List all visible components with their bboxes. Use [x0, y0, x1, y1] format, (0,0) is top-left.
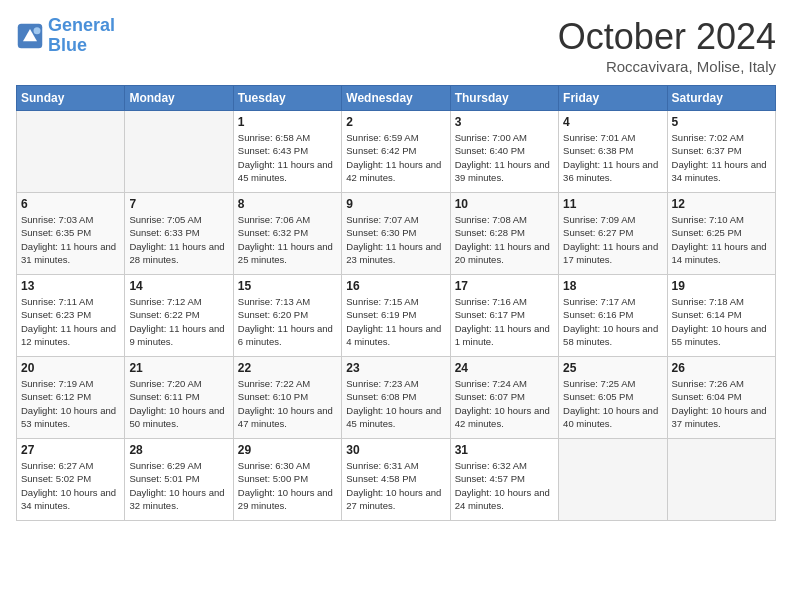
day-info: Sunrise: 6:30 AMSunset: 5:00 PMDaylight:…: [238, 459, 337, 512]
day-of-week-header: Monday: [125, 86, 233, 111]
day-info: Sunrise: 7:24 AMSunset: 6:07 PMDaylight:…: [455, 377, 554, 430]
day-info: Sunrise: 7:03 AMSunset: 6:35 PMDaylight:…: [21, 213, 120, 266]
calendar-day-cell: 27Sunrise: 6:27 AMSunset: 5:02 PMDayligh…: [17, 439, 125, 521]
day-number: 5: [672, 115, 771, 129]
calendar-day-cell: 24Sunrise: 7:24 AMSunset: 6:07 PMDayligh…: [450, 357, 558, 439]
day-number: 24: [455, 361, 554, 375]
calendar-day-cell: 30Sunrise: 6:31 AMSunset: 4:58 PMDayligh…: [342, 439, 450, 521]
day-number: 14: [129, 279, 228, 293]
day-info: Sunrise: 7:16 AMSunset: 6:17 PMDaylight:…: [455, 295, 554, 348]
calendar-day-cell: 26Sunrise: 7:26 AMSunset: 6:04 PMDayligh…: [667, 357, 775, 439]
logo: General Blue: [16, 16, 115, 56]
day-number: 21: [129, 361, 228, 375]
day-number: 13: [21, 279, 120, 293]
day-info: Sunrise: 7:05 AMSunset: 6:33 PMDaylight:…: [129, 213, 228, 266]
day-number: 16: [346, 279, 445, 293]
calendar-day-cell: 20Sunrise: 7:19 AMSunset: 6:12 PMDayligh…: [17, 357, 125, 439]
day-number: 22: [238, 361, 337, 375]
day-number: 7: [129, 197, 228, 211]
day-number: 10: [455, 197, 554, 211]
calendar-header-row: SundayMondayTuesdayWednesdayThursdayFrid…: [17, 86, 776, 111]
day-number: 9: [346, 197, 445, 211]
day-info: Sunrise: 7:10 AMSunset: 6:25 PMDaylight:…: [672, 213, 771, 266]
day-info: Sunrise: 7:01 AMSunset: 6:38 PMDaylight:…: [563, 131, 662, 184]
calendar-day-cell: 4Sunrise: 7:01 AMSunset: 6:38 PMDaylight…: [559, 111, 667, 193]
calendar-day-cell: 14Sunrise: 7:12 AMSunset: 6:22 PMDayligh…: [125, 275, 233, 357]
day-info: Sunrise: 7:00 AMSunset: 6:40 PMDaylight:…: [455, 131, 554, 184]
calendar-week-row: 13Sunrise: 7:11 AMSunset: 6:23 PMDayligh…: [17, 275, 776, 357]
day-number: 1: [238, 115, 337, 129]
calendar-day-cell: 11Sunrise: 7:09 AMSunset: 6:27 PMDayligh…: [559, 193, 667, 275]
calendar-day-cell: 29Sunrise: 6:30 AMSunset: 5:00 PMDayligh…: [233, 439, 341, 521]
calendar-day-cell: 31Sunrise: 6:32 AMSunset: 4:57 PMDayligh…: [450, 439, 558, 521]
day-number: 8: [238, 197, 337, 211]
day-info: Sunrise: 7:13 AMSunset: 6:20 PMDaylight:…: [238, 295, 337, 348]
day-number: 27: [21, 443, 120, 457]
calendar-day-cell: 22Sunrise: 7:22 AMSunset: 6:10 PMDayligh…: [233, 357, 341, 439]
calendar-day-cell: [125, 111, 233, 193]
day-number: 12: [672, 197, 771, 211]
day-info: Sunrise: 7:07 AMSunset: 6:30 PMDaylight:…: [346, 213, 445, 266]
svg-point-2: [34, 27, 41, 34]
day-info: Sunrise: 7:08 AMSunset: 6:28 PMDaylight:…: [455, 213, 554, 266]
day-info: Sunrise: 6:29 AMSunset: 5:01 PMDaylight:…: [129, 459, 228, 512]
calendar-day-cell: 10Sunrise: 7:08 AMSunset: 6:28 PMDayligh…: [450, 193, 558, 275]
day-number: 18: [563, 279, 662, 293]
title-block: October 2024 Roccavivara, Molise, Italy: [558, 16, 776, 75]
calendar-day-cell: 17Sunrise: 7:16 AMSunset: 6:17 PMDayligh…: [450, 275, 558, 357]
day-number: 25: [563, 361, 662, 375]
day-info: Sunrise: 7:12 AMSunset: 6:22 PMDaylight:…: [129, 295, 228, 348]
day-info: Sunrise: 7:23 AMSunset: 6:08 PMDaylight:…: [346, 377, 445, 430]
calendar-day-cell: 8Sunrise: 7:06 AMSunset: 6:32 PMDaylight…: [233, 193, 341, 275]
logo-icon: [16, 22, 44, 50]
calendar-day-cell: 21Sunrise: 7:20 AMSunset: 6:11 PMDayligh…: [125, 357, 233, 439]
day-number: 29: [238, 443, 337, 457]
calendar-day-cell: 2Sunrise: 6:59 AMSunset: 6:42 PMDaylight…: [342, 111, 450, 193]
day-of-week-header: Wednesday: [342, 86, 450, 111]
calendar-day-cell: 13Sunrise: 7:11 AMSunset: 6:23 PMDayligh…: [17, 275, 125, 357]
calendar-day-cell: 1Sunrise: 6:58 AMSunset: 6:43 PMDaylight…: [233, 111, 341, 193]
day-info: Sunrise: 7:02 AMSunset: 6:37 PMDaylight:…: [672, 131, 771, 184]
calendar-day-cell: 18Sunrise: 7:17 AMSunset: 6:16 PMDayligh…: [559, 275, 667, 357]
day-info: Sunrise: 7:15 AMSunset: 6:19 PMDaylight:…: [346, 295, 445, 348]
day-number: 4: [563, 115, 662, 129]
day-info: Sunrise: 7:26 AMSunset: 6:04 PMDaylight:…: [672, 377, 771, 430]
calendar-day-cell: 12Sunrise: 7:10 AMSunset: 6:25 PMDayligh…: [667, 193, 775, 275]
day-info: Sunrise: 6:59 AMSunset: 6:42 PMDaylight:…: [346, 131, 445, 184]
calendar-day-cell: 28Sunrise: 6:29 AMSunset: 5:01 PMDayligh…: [125, 439, 233, 521]
calendar-day-cell: 9Sunrise: 7:07 AMSunset: 6:30 PMDaylight…: [342, 193, 450, 275]
calendar-day-cell: 3Sunrise: 7:00 AMSunset: 6:40 PMDaylight…: [450, 111, 558, 193]
day-number: 3: [455, 115, 554, 129]
day-number: 2: [346, 115, 445, 129]
day-info: Sunrise: 6:31 AMSunset: 4:58 PMDaylight:…: [346, 459, 445, 512]
day-info: Sunrise: 7:25 AMSunset: 6:05 PMDaylight:…: [563, 377, 662, 430]
calendar-day-cell: 23Sunrise: 7:23 AMSunset: 6:08 PMDayligh…: [342, 357, 450, 439]
day-info: Sunrise: 7:20 AMSunset: 6:11 PMDaylight:…: [129, 377, 228, 430]
calendar-week-row: 1Sunrise: 6:58 AMSunset: 6:43 PMDaylight…: [17, 111, 776, 193]
day-number: 15: [238, 279, 337, 293]
day-info: Sunrise: 6:27 AMSunset: 5:02 PMDaylight:…: [21, 459, 120, 512]
day-number: 19: [672, 279, 771, 293]
calendar-day-cell: [17, 111, 125, 193]
day-of-week-header: Tuesday: [233, 86, 341, 111]
calendar-day-cell: 15Sunrise: 7:13 AMSunset: 6:20 PMDayligh…: [233, 275, 341, 357]
calendar-table: SundayMondayTuesdayWednesdayThursdayFrid…: [16, 85, 776, 521]
day-info: Sunrise: 7:18 AMSunset: 6:14 PMDaylight:…: [672, 295, 771, 348]
day-info: Sunrise: 7:22 AMSunset: 6:10 PMDaylight:…: [238, 377, 337, 430]
calendar-day-cell: 5Sunrise: 7:02 AMSunset: 6:37 PMDaylight…: [667, 111, 775, 193]
calendar-week-row: 27Sunrise: 6:27 AMSunset: 5:02 PMDayligh…: [17, 439, 776, 521]
day-number: 20: [21, 361, 120, 375]
month-title: October 2024: [558, 16, 776, 58]
day-info: Sunrise: 6:32 AMSunset: 4:57 PMDaylight:…: [455, 459, 554, 512]
location: Roccavivara, Molise, Italy: [558, 58, 776, 75]
day-info: Sunrise: 7:19 AMSunset: 6:12 PMDaylight:…: [21, 377, 120, 430]
calendar-day-cell: [559, 439, 667, 521]
day-number: 17: [455, 279, 554, 293]
day-number: 31: [455, 443, 554, 457]
day-of-week-header: Thursday: [450, 86, 558, 111]
day-number: 23: [346, 361, 445, 375]
page-header: General Blue October 2024 Roccavivara, M…: [16, 16, 776, 75]
calendar-day-cell: 19Sunrise: 7:18 AMSunset: 6:14 PMDayligh…: [667, 275, 775, 357]
day-of-week-header: Saturday: [667, 86, 775, 111]
calendar-week-row: 20Sunrise: 7:19 AMSunset: 6:12 PMDayligh…: [17, 357, 776, 439]
